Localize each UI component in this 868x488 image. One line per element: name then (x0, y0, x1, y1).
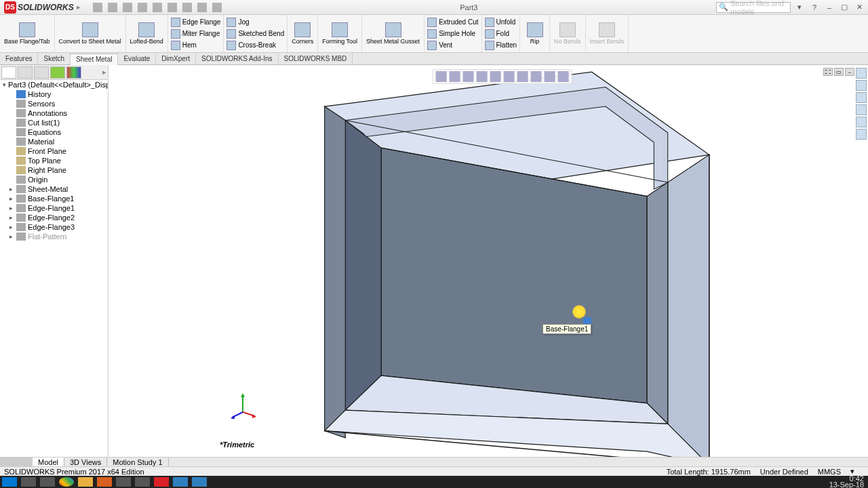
bottom-tab-3d-views[interactable]: 3D Views (64, 458, 107, 466)
maximize-button[interactable]: ▢ (838, 2, 850, 13)
cross-break-button[interactable]: Cross-Break (226, 39, 284, 51)
gfx-minimize-button[interactable]: – (845, 68, 854, 76)
hem-button[interactable]: Hem (171, 39, 221, 51)
tab-solidworks-mbd[interactable]: SOLIDWORKS MBD (279, 53, 353, 64)
start-button[interactable] (2, 477, 17, 487)
section-view-icon[interactable] (477, 71, 488, 82)
feature-tree-tab[interactable] (1, 66, 16, 79)
app-icon-2[interactable] (173, 477, 188, 487)
convert-sheet-metal-button[interactable]: Convert to Sheet Metal (55, 15, 126, 52)
forming-tool-button[interactable]: Forming Tool (318, 15, 362, 52)
solidworks-taskbar-icon[interactable] (154, 477, 169, 487)
vent-button[interactable]: Vent (427, 39, 478, 51)
tree-node-edge-flange1[interactable]: ▸Edge-Flange1 (0, 203, 108, 213)
tree-root[interactable]: ▾Part3 (Default<<Default>_Display State (0, 80, 108, 89)
mail-icon[interactable] (135, 477, 150, 487)
app-icon-3[interactable] (192, 477, 207, 487)
tree-node-material-not-specified-[interactable]: Material (0, 137, 108, 146)
tree-node-equations[interactable]: Equations (0, 127, 108, 137)
tree-node-base-flange1[interactable]: ▸Base-Flange1 (0, 194, 108, 203)
minimize-button[interactable]: – (823, 2, 835, 13)
hide-show-icon[interactable] (517, 71, 528, 82)
tab-features[interactable]: Features (0, 53, 38, 64)
tree-node-front-plane[interactable]: Front Plane (0, 146, 108, 156)
tab-sheet-metal[interactable]: Sheet Metal (71, 54, 118, 65)
tree-node-history[interactable]: History (0, 89, 108, 99)
dimxpert-tab[interactable] (50, 66, 65, 79)
system-clock[interactable]: 0:42 13-Sep-18 (829, 476, 868, 488)
sketched-bend-button[interactable]: Sketched Bend (226, 28, 284, 39)
display-style-icon[interactable] (504, 71, 515, 82)
gfx-expand-button[interactable]: ⛶ (823, 68, 833, 76)
close-button[interactable]: ✕ (853, 2, 865, 13)
bottom-tab-motion-study-1[interactable]: Motion Study 1 (107, 458, 168, 466)
tab-solidworks-add-ins[interactable]: SOLIDWORKS Add-Ins (196, 53, 278, 64)
help-icon[interactable]: ? (808, 2, 821, 13)
tree-node-sensors[interactable]: Sensors (0, 99, 108, 108)
design-library-tab[interactable] (856, 80, 867, 91)
new-icon[interactable] (93, 3, 102, 12)
save-icon[interactable] (123, 3, 132, 12)
zoom-area-icon[interactable] (450, 71, 460, 82)
select-icon[interactable] (167, 3, 177, 12)
view-orient-icon[interactable] (490, 71, 501, 82)
options-icon[interactable] (197, 3, 207, 12)
search-dropdown[interactable]: ▾ (793, 2, 806, 13)
tree-node-flat-pattern[interactable]: ▸Flat-Pattern (0, 232, 108, 241)
app-icon-1[interactable] (97, 477, 112, 487)
tree-node-annotations[interactable]: Annotations (0, 108, 108, 118)
status-units[interactable]: MMGS (818, 468, 841, 476)
lofted-bend-button[interactable]: Lofted-Bend (126, 15, 168, 52)
simple-hole-button[interactable]: Simple Hole (427, 28, 478, 39)
gfx-split-button[interactable]: ▭ (834, 68, 844, 76)
task-view-icon[interactable] (40, 477, 55, 487)
miter-flange-button[interactable]: Miter Flange (171, 28, 221, 39)
search-input[interactable]: 🔍 Search files and models (716, 2, 791, 13)
bottom-tab-model[interactable]: Model (33, 458, 64, 466)
store-icon[interactable] (116, 477, 131, 487)
base-flange-button[interactable]: Base Flange/Tab (0, 15, 55, 52)
resources-tab[interactable] (856, 68, 867, 79)
tree-node-sheet-metal[interactable]: ▸Sheet-Metal (0, 184, 108, 194)
file-explorer-tab[interactable] (856, 92, 867, 103)
tree-node-top-plane[interactable]: Top Plane (0, 156, 108, 165)
zoom-fit-icon[interactable] (436, 71, 447, 82)
unfold-button[interactable]: Unfold (485, 16, 517, 28)
tree-node-edge-flange2[interactable]: ▸Edge-Flange2 (0, 213, 108, 222)
corners-button[interactable]: Corners (288, 15, 318, 52)
explorer-icon[interactable] (78, 477, 93, 487)
print-icon[interactable] (138, 3, 147, 12)
chrome-icon[interactable] (59, 477, 74, 487)
configuration-tab[interactable] (34, 66, 49, 79)
tree-node-cut-list-1-[interactable]: Cut list(1) (0, 118, 108, 127)
settings-icon[interactable] (212, 3, 222, 12)
feature-tree[interactable]: ▾Part3 (Default<<Default>_Display State … (0, 80, 108, 457)
tab-sketch[interactable]: Sketch (38, 53, 71, 64)
appearances-tab[interactable] (856, 117, 867, 127)
scene-icon[interactable] (545, 71, 555, 82)
undo-icon[interactable] (153, 3, 162, 12)
orientation-triad[interactable] (229, 392, 256, 419)
property-manager-tab[interactable] (18, 66, 33, 79)
rebuild-icon[interactable] (182, 3, 192, 12)
display-tab[interactable] (66, 66, 81, 79)
tree-node-edge-flange3[interactable]: ▸Edge-Flange3 (0, 222, 108, 232)
model-viewport[interactable] (108, 65, 868, 466)
prev-view-icon[interactable] (463, 71, 474, 82)
rip-button[interactable]: Rip (520, 15, 550, 52)
extruded-cut-button[interactable]: Extruded Cut (427, 16, 478, 28)
view-palette-tab[interactable] (856, 104, 867, 115)
jog-button[interactable]: Jog (226, 16, 284, 28)
tree-node-origin[interactable]: Origin (0, 175, 108, 184)
fold-button[interactable]: Fold (485, 28, 517, 39)
custom-props-tab[interactable] (856, 129, 867, 140)
tree-expand[interactable]: ▸ (102, 68, 106, 77)
edge-flange-button[interactable]: Edge Flange (171, 16, 221, 28)
open-icon[interactable] (108, 3, 117, 12)
appearance-icon[interactable] (531, 71, 542, 82)
graphics-area[interactable]: ⛶ ▭ – ✕ Base-Flange1 *Trimetric (108, 65, 868, 457)
tree-node-right-plane[interactable]: Right Plane (0, 165, 108, 175)
gusset-button[interactable]: Sheet Metal Gusset (362, 15, 425, 52)
search-taskbar-icon[interactable] (21, 477, 36, 487)
tab-dimxpert[interactable]: DimXpert (156, 53, 196, 64)
